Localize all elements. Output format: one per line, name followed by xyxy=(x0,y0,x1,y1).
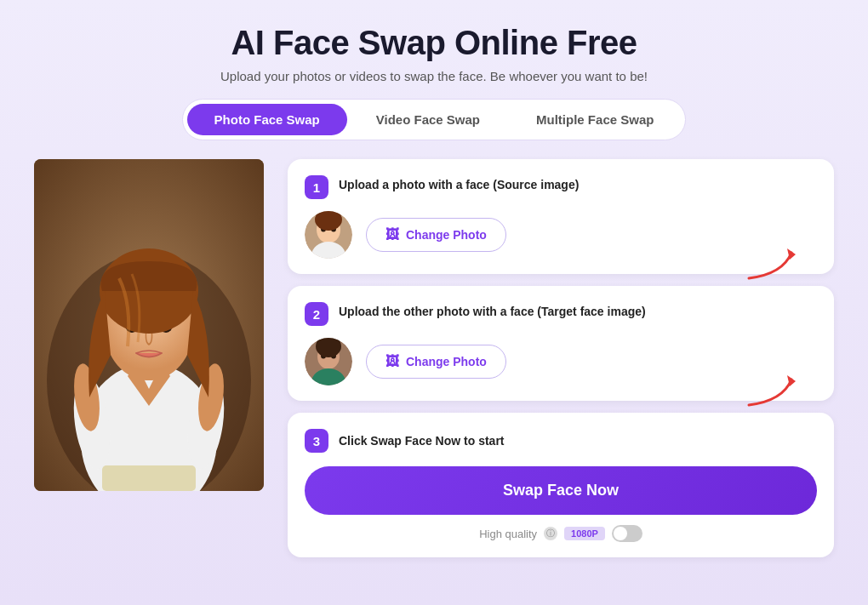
sample-image-area xyxy=(34,159,264,491)
step-3-title: Click Swap Face Now to start xyxy=(339,434,505,448)
step-2-change-photo-button[interactable]: 🖼 Change Photo xyxy=(366,345,506,379)
swap-face-now-button[interactable]: Swap Face Now xyxy=(305,466,817,515)
tabs-section: Photo Face Swap Video Face Swap Multiple… xyxy=(34,99,834,140)
right-steps: 1 Upload a photo with a face (Source ima… xyxy=(288,159,834,557)
quality-badge: 1080P xyxy=(564,527,605,540)
quality-info-icon[interactable]: ⓘ xyxy=(544,527,557,540)
step-1-badge: 1 xyxy=(305,175,328,199)
quality-row: High quality ⓘ 1080P xyxy=(305,525,817,542)
sample-image xyxy=(34,159,264,491)
step-1-header: 1 Upload a photo with a face (Source ima… xyxy=(305,174,817,199)
step-1-arrow xyxy=(740,244,800,286)
header: AI Face Swap Online Free Upload your pho… xyxy=(34,24,834,83)
tab-multiple-face-swap[interactable]: Multiple Face Swap xyxy=(509,104,681,135)
tabs-container: Photo Face Swap Video Face Swap Multiple… xyxy=(182,99,687,140)
page-title: AI Face Swap Online Free xyxy=(34,24,834,62)
step-2-header: 2 Upload the other photo with a face (Ta… xyxy=(305,301,817,326)
step-2-badge: 2 xyxy=(305,302,328,326)
quality-toggle[interactable] xyxy=(612,525,642,542)
image-icon-2: 🖼 xyxy=(385,354,399,369)
step-1-thumbnail xyxy=(305,211,352,259)
main-content: 1 Upload a photo with a face (Source ima… xyxy=(34,159,834,557)
svg-rect-15 xyxy=(102,465,196,491)
step-3-card: 3 Click Swap Face Now to start Swap Face… xyxy=(288,413,834,557)
step-3-badge: 3 xyxy=(305,429,328,453)
step-2-card: 2 Upload the other photo with a face (Ta… xyxy=(288,286,834,401)
image-icon-1: 🖼 xyxy=(385,227,399,243)
step-3-header: 3 Click Swap Face Now to start xyxy=(305,428,817,453)
step-2-arrow xyxy=(740,371,800,413)
step-2-title: Upload the other photo with a face (Targ… xyxy=(339,301,646,318)
quality-label: High quality xyxy=(479,528,537,540)
page-subtitle: Upload your photos or videos to swap the… xyxy=(34,69,834,83)
step-1-title: Upload a photo with a face (Source image… xyxy=(339,174,579,191)
tab-photo-face-swap[interactable]: Photo Face Swap xyxy=(187,104,347,135)
tab-video-face-swap[interactable]: Video Face Swap xyxy=(349,104,507,135)
step-1-change-photo-button[interactable]: 🖼 Change Photo xyxy=(366,218,506,252)
step-1-card: 1 Upload a photo with a face (Source ima… xyxy=(288,159,834,274)
page-wrapper: AI Face Swap Online Free Upload your pho… xyxy=(0,0,868,605)
step-2-thumbnail xyxy=(305,338,352,385)
